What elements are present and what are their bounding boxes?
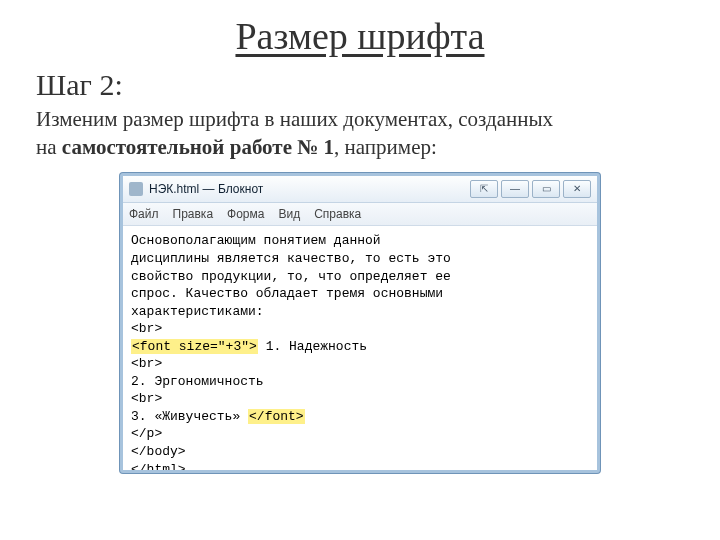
- menu-bar: Файл Правка Форма Вид Справка: [123, 203, 597, 226]
- code-line: <br>: [131, 320, 589, 338]
- screenshot-embed: НЭК.html — Блокнот ⇱ — ▭ ✕ Файл Правка Ф…: [120, 173, 600, 473]
- code-text: 3. «Живучесть»: [131, 409, 248, 424]
- maximize-button[interactable]: ▭: [532, 180, 560, 198]
- menu-format[interactable]: Форма: [227, 207, 264, 221]
- code-line: Основополагающим понятием данной: [131, 232, 589, 250]
- intro-bold: самостоятельной работе № 1: [62, 135, 334, 159]
- code-line: характеристиками:: [131, 303, 589, 321]
- step-heading: Шаг 2:: [36, 68, 684, 102]
- menu-view[interactable]: Вид: [278, 207, 300, 221]
- code-line: свойство продукции, то, что определяет е…: [131, 268, 589, 286]
- code-line: 3. «Живучесть» </font>: [131, 408, 589, 426]
- maximize-icon: ▭: [542, 185, 551, 193]
- code-line: </html>: [131, 461, 589, 471]
- code-text: 1. Надежность: [258, 339, 367, 354]
- menu-file[interactable]: Файл: [129, 207, 159, 221]
- code-line: спрос. Качество обладает тремя основными: [131, 285, 589, 303]
- menu-edit[interactable]: Правка: [173, 207, 214, 221]
- code-line: 2. Эргономичность: [131, 373, 589, 391]
- minimize-icon: —: [510, 185, 520, 193]
- close-button[interactable]: ✕: [563, 180, 591, 198]
- editor-area[interactable]: Основополагающим понятием данной дисципл…: [123, 226, 597, 470]
- close-icon: ✕: [573, 185, 581, 193]
- highlight-font-open: <font size="+3">: [131, 339, 258, 354]
- zoom-button[interactable]: ⇱: [470, 180, 498, 198]
- intro-paragraph: Изменим размер шрифта в наших документах…: [36, 106, 556, 161]
- window-caption: НЭК.html — Блокнот: [149, 182, 263, 196]
- code-line: </p>: [131, 425, 589, 443]
- notepad-icon: [129, 182, 143, 196]
- page-title: Размер шрифта: [36, 14, 684, 58]
- window-titlebar: НЭК.html — Блокнот ⇱ — ▭ ✕: [123, 176, 597, 203]
- code-line: </body>: [131, 443, 589, 461]
- code-line: <font size="+3"> 1. Надежность: [131, 338, 589, 356]
- code-line: <br>: [131, 355, 589, 373]
- intro-text-2: , например:: [334, 135, 437, 159]
- notepad-window: НЭК.html — Блокнот ⇱ — ▭ ✕ Файл Правка Ф…: [120, 173, 600, 473]
- highlight-font-close: </font>: [248, 409, 305, 424]
- code-line: <br>: [131, 390, 589, 408]
- zoom-icon: ⇱: [480, 185, 488, 193]
- minimize-button[interactable]: —: [501, 180, 529, 198]
- code-line: дисциплины является качество, то есть эт…: [131, 250, 589, 268]
- menu-help[interactable]: Справка: [314, 207, 361, 221]
